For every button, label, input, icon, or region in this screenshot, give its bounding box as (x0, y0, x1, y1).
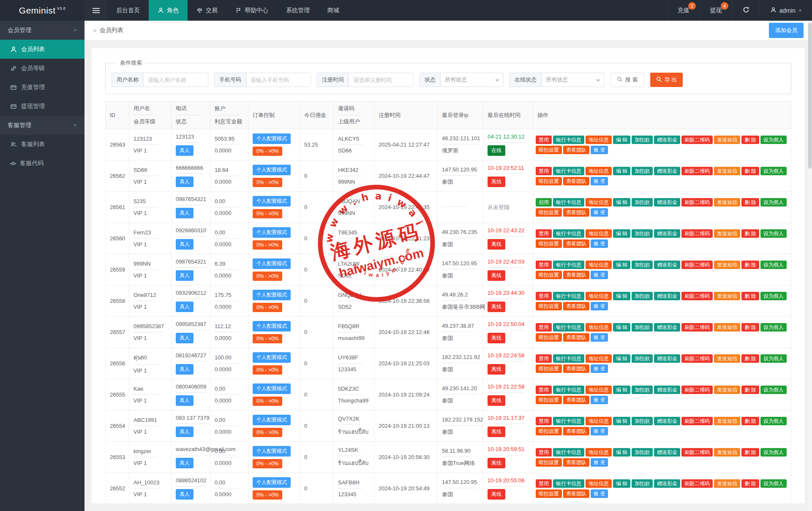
action-edit-button[interactable]: 编 辑 (613, 323, 630, 332)
sidebar-section-会员管理[interactable]: 会员管理∨ (0, 21, 84, 40)
action-send-sms-button[interactable]: 发送短信 (714, 292, 740, 300)
action-enable-button[interactable]: 启用 (536, 198, 552, 207)
action-refresh-qrcode-button[interactable]: 刷新二维码 (681, 354, 713, 363)
action-delete-button[interactable]: 删 除 (741, 479, 759, 488)
action-refresh-qrcode-button[interactable]: 刷新二维码 (681, 292, 713, 300)
nav-item-帮助中心[interactable]: 帮助中心 (226, 0, 277, 21)
action-edit-button[interactable]: 编 辑 (613, 167, 630, 175)
action-delete-button[interactable]: 删 除 (741, 323, 759, 332)
action-account-changes-button[interactable]: 账 变 (591, 146, 608, 154)
action-set-fake-button[interactable]: 设为假人 (760, 323, 787, 332)
nav-item-角色[interactable]: 角色 (149, 0, 188, 21)
action-address-info-button[interactable]: 地址信息 (586, 354, 612, 363)
user-menu[interactable]: admin ∧ (760, 0, 812, 21)
online-status-select[interactable]: 所有状态 (542, 73, 604, 87)
action-view-team-button[interactable]: 查看团队 (563, 302, 589, 310)
action-bank-info-button[interactable]: 银行卡信息 (553, 136, 584, 144)
action-address-info-button[interactable]: 地址信息 (586, 229, 612, 238)
hamburger-icon[interactable] (84, 0, 107, 21)
action-delete-button[interactable]: 删 除 (741, 229, 759, 238)
action-gift-bonus-button[interactable]: 赠送彩金 (654, 136, 680, 144)
action-disable-button[interactable]: 禁用 (536, 167, 552, 175)
action-edit-button[interactable]: 编 辑 (613, 136, 630, 144)
action-account-changes-button[interactable]: 账 变 (591, 239, 608, 248)
action-gift-bonus-button[interactable]: 赠送彩金 (654, 261, 680, 269)
action-delete-button[interactable]: 删 除 (741, 292, 759, 300)
action-account-changes-button[interactable]: 账 变 (591, 427, 608, 435)
action-gift-bonus-button[interactable]: 赠送彩金 (654, 167, 680, 175)
action-send-sms-button[interactable]: 发送短信 (714, 167, 740, 175)
action-bank-info-button[interactable]: 银行卡信息 (553, 323, 584, 332)
action-view-team-button[interactable]: 查看团队 (563, 146, 589, 154)
action-address-info-button[interactable]: 地址信息 (586, 261, 612, 269)
action-adjust-balance-button[interactable]: 加扣款 (632, 136, 653, 144)
action-address-info-button[interactable]: 地址信息 (586, 479, 612, 488)
nav-withdraw[interactable]: 提现 4 (700, 0, 732, 21)
sidebar-item-会员等级[interactable]: 会员等级 (0, 59, 84, 78)
action-refresh-qrcode-button[interactable]: 刷新二维码 (681, 136, 713, 144)
action-gift-bonus-button[interactable]: 赠送彩金 (654, 323, 680, 332)
action-set-fake-button[interactable]: 设为假人 (760, 229, 787, 238)
action-gift-bonus-button[interactable]: 赠送彩金 (654, 479, 680, 488)
action-hidden-deduct-settings-button[interactable]: 暗扣设置 (536, 302, 562, 310)
action-bank-info-button[interactable]: 银行卡信息 (553, 417, 584, 425)
action-account-changes-button[interactable]: 账 变 (591, 396, 608, 404)
nav-item-后台首页[interactable]: 后台首页 (107, 0, 149, 21)
action-edit-button[interactable]: 编 辑 (613, 386, 630, 394)
action-disable-button[interactable]: 禁用 (536, 417, 552, 425)
action-edit-button[interactable]: 编 辑 (613, 229, 630, 238)
action-delete-button[interactable]: 删 除 (741, 386, 759, 394)
action-refresh-qrcode-button[interactable]: 刷新二维码 (681, 479, 713, 488)
action-send-sms-button[interactable]: 发送短信 (714, 417, 740, 425)
export-button[interactable]: 导 出 (650, 73, 683, 87)
action-hidden-deduct-settings-button[interactable]: 暗扣设置 (536, 333, 562, 342)
action-view-team-button[interactable]: 查看团队 (563, 239, 589, 248)
action-account-changes-button[interactable]: 账 变 (591, 208, 608, 217)
action-hidden-deduct-settings-button[interactable]: 暗扣设置 (536, 239, 562, 248)
action-send-sms-button[interactable]: 发送短信 (714, 229, 740, 238)
action-disable-button[interactable]: 禁用 (536, 292, 552, 300)
action-address-info-button[interactable]: 地址信息 (586, 448, 612, 457)
status-select[interactable]: 所有状态 (441, 73, 503, 87)
scrollbar-thumb[interactable] (808, 23, 812, 169)
sidebar-item-会员列表[interactable]: 会员列表 (0, 40, 84, 59)
action-hidden-deduct-settings-button[interactable]: 暗扣设置 (536, 364, 562, 373)
action-adjust-balance-button[interactable]: 加扣款 (632, 479, 653, 488)
action-refresh-qrcode-button[interactable]: 刷新二维码 (681, 261, 713, 269)
action-set-fake-button[interactable]: 设为假人 (760, 354, 787, 363)
action-bank-info-button[interactable]: 银行卡信息 (553, 229, 584, 238)
action-gift-bonus-button[interactable]: 赠送彩金 (654, 417, 680, 425)
sidebar-item-充值管理[interactable]: 充值管理 (0, 78, 84, 97)
action-set-fake-button[interactable]: 设为假人 (760, 386, 787, 394)
action-delete-button[interactable]: 删 除 (741, 198, 759, 207)
action-send-sms-button[interactable]: 发送短信 (714, 136, 740, 144)
action-view-team-button[interactable]: 查看团队 (563, 177, 589, 185)
action-disable-button[interactable]: 禁用 (536, 354, 552, 363)
action-address-info-button[interactable]: 地址信息 (586, 167, 612, 175)
action-address-info-button[interactable]: 地址信息 (586, 198, 612, 207)
sidebar-item-客服代码[interactable]: </>客服代码 (0, 154, 84, 173)
action-disable-button[interactable]: 禁用 (536, 229, 552, 238)
action-hidden-deduct-settings-button[interactable]: 暗扣设置 (536, 208, 562, 217)
sidebar-section-客服管理[interactable]: 客服管理∨ (0, 116, 84, 135)
action-set-fake-button[interactable]: 设为假人 (760, 261, 787, 269)
action-adjust-balance-button[interactable]: 加扣款 (632, 354, 653, 363)
action-delete-button[interactable]: 删 除 (741, 136, 759, 144)
action-view-team-button[interactable]: 查看团队 (563, 489, 589, 498)
action-gift-bonus-button[interactable]: 赠送彩金 (654, 198, 680, 207)
action-refresh-qrcode-button[interactable]: 刷新二维码 (681, 229, 713, 238)
action-gift-bonus-button[interactable]: 赠送彩金 (654, 292, 680, 300)
username-input[interactable] (144, 73, 208, 87)
action-edit-button[interactable]: 编 辑 (613, 479, 630, 488)
action-bank-info-button[interactable]: 银行卡信息 (553, 292, 584, 300)
action-adjust-balance-button[interactable]: 加扣款 (632, 229, 653, 238)
action-delete-button[interactable]: 删 除 (741, 261, 759, 269)
action-refresh-qrcode-button[interactable]: 刷新二维码 (681, 198, 713, 207)
action-refresh-qrcode-button[interactable]: 刷新二维码 (681, 417, 713, 425)
action-gift-bonus-button[interactable]: 赠送彩金 (654, 229, 680, 238)
action-disable-button[interactable]: 禁用 (536, 261, 552, 269)
sidebar-item-提现管理[interactable]: 提现管理 (0, 97, 84, 116)
action-send-sms-button[interactable]: 发送短信 (714, 479, 740, 488)
action-view-team-button[interactable]: 查看团队 (563, 396, 589, 404)
action-adjust-balance-button[interactable]: 加扣款 (632, 292, 653, 300)
